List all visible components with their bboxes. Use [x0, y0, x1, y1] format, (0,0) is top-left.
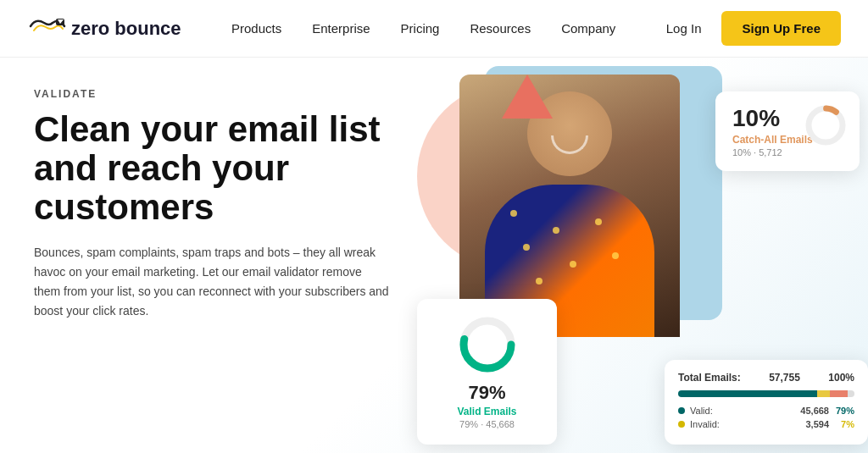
stats-total-pct: 100%: [828, 372, 854, 384]
stats-header: Total Emails: 57,755 100%: [678, 372, 854, 384]
nav-products[interactable]: Products: [231, 21, 281, 36]
progress-invalid: [817, 390, 830, 397]
shirt-detail: [570, 261, 576, 268]
shirt-detail: [523, 244, 530, 251]
nav-right: Log In Sign Up Free: [666, 11, 841, 46]
valid-dot: [678, 407, 685, 414]
valid-donut-chart: [457, 314, 518, 375]
stat-invalid-label: Invalid:: [690, 419, 792, 429]
shirt-detail: [510, 210, 517, 217]
stat-row-valid: Valid: 45,668 79%: [678, 406, 854, 416]
decorative-triangle: [502, 75, 553, 119]
login-link[interactable]: Log In: [666, 21, 702, 36]
valid-detail: 79% · 45,668: [436, 419, 538, 429]
hero-right: 10% Catch-All Emails 10% · 5,712 79% Val…: [434, 58, 868, 453]
catchall-donut-chart: [804, 103, 848, 147]
stat-valid-label: Valid:: [690, 406, 792, 416]
logo-icon: [27, 16, 66, 41]
shirt-detail: [612, 252, 619, 259]
stat-valid-count: 45,668: [792, 406, 829, 416]
nav-company[interactable]: Company: [561, 21, 615, 36]
validate-label: VALIDATE: [34, 88, 400, 100]
stat-invalid-pct: 7%: [829, 419, 854, 429]
catchall-card: 10% Catch-All Emails 10% · 5,712: [715, 91, 860, 171]
stats-total-label: Total Emails:: [678, 372, 741, 384]
valid-percent: 79%: [436, 382, 538, 404]
progress-catchall: [830, 390, 848, 397]
stats-progress-bar: [678, 390, 854, 397]
stat-valid-pct: 79%: [829, 406, 854, 416]
nav-pricing[interactable]: Pricing: [401, 21, 440, 36]
valid-label: Valid Emails: [436, 406, 538, 417]
hero-left: VALIDATE Clean your email list and reach…: [0, 58, 434, 453]
logo-text: zero bounce: [71, 18, 181, 40]
nav-resources[interactable]: Resources: [470, 21, 531, 36]
signup-button[interactable]: Sign Up Free: [721, 11, 841, 46]
invalid-dot: [678, 421, 685, 428]
hero-person-image: [459, 75, 680, 337]
hero-description: Bounces, spam complaints, spam traps and…: [34, 243, 390, 321]
shirt-detail: [536, 278, 542, 285]
hero-section: VALIDATE Clean your email list and reach…: [0, 58, 868, 453]
logo[interactable]: zero bounce: [27, 16, 181, 41]
valid-emails-card: 79% Valid Emails 79% · 45,668: [417, 299, 557, 445]
stat-invalid-count: 3,594: [792, 419, 829, 429]
catchall-detail: 10% · 5,712: [732, 147, 843, 157]
progress-valid: [678, 390, 817, 397]
stats-total-count: 57,755: [769, 372, 800, 384]
navbar: zero bounce Products Enterprise Pricing …: [0, 0, 868, 58]
stat-row-invalid: Invalid: 3,594 7%: [678, 419, 854, 429]
nav-links: Products Enterprise Pricing Resources Co…: [231, 21, 615, 36]
progress-other: [848, 390, 854, 397]
shirt-detail: [553, 227, 559, 234]
nav-enterprise[interactable]: Enterprise: [312, 21, 370, 36]
shirt-detail: [595, 218, 602, 225]
stats-card: Total Emails: 57,755 100% Valid: 45,668 …: [665, 360, 868, 445]
hero-title: Clean your email list and reach your cus…: [34, 110, 400, 228]
